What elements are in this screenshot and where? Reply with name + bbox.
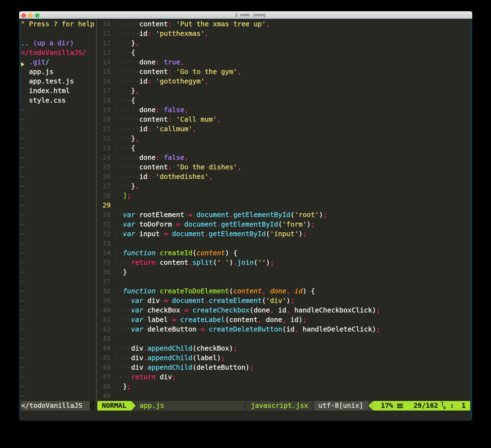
- gutter-gap: [111, 105, 115, 115]
- token: appendChild: [147, 364, 192, 371]
- token: style.css: [29, 96, 66, 104]
- token: function: [123, 249, 156, 257]
- token: dishes': [209, 163, 237, 171]
- token: return: [131, 373, 156, 381]
- token: done: [139, 106, 156, 114]
- token: ······: [115, 163, 139, 171]
- sidebar-file-style-css[interactable]: style.css: [21, 96, 66, 105]
- code-line-36: 36 ··}: [98, 267, 127, 277]
- code-editor-area[interactable]: 10 ······content:·'Put·the·xmas·tree·up'…: [98, 19, 470, 401]
- token: var: [131, 306, 143, 314]
- token: ): [303, 287, 307, 295]
- token: ·: [196, 115, 201, 123]
- token: ····: [115, 316, 131, 324]
- token: (: [262, 297, 266, 305]
- gutter-gap: [111, 344, 115, 353]
- close-button[interactable]: [21, 13, 26, 18]
- sidebar-file-index-html[interactable]: index.html: [21, 86, 70, 96]
- sidebar-empty-line: ~: [21, 306, 25, 315]
- titlebar[interactable]: 2. nvim . (nvim): [19, 11, 472, 19]
- token: =: [172, 316, 176, 324]
- line-number: 49: [98, 391, 111, 401]
- statusline-encoding-segment: utf-8[unix]: [314, 401, 368, 411]
- gutter-gap: [111, 248, 115, 258]
- code-line-34: 34 ··function·createId(content)·{: [98, 248, 237, 258]
- token: rootElement: [139, 211, 184, 219]
- token: }: [123, 383, 127, 390]
- line-number: 14: [98, 58, 111, 67]
- token: /: [45, 58, 49, 66]
- token: ··: [115, 220, 123, 228]
- token: ····: [115, 144, 131, 152]
- token: ·: [143, 325, 147, 333]
- code-line-45: 45 ····div.appendChild(label);: [98, 353, 225, 363]
- token: ····: [115, 39, 131, 47]
- token: ····: [115, 49, 131, 57]
- nerdtree-sidebar[interactable]: " Press ? for help.. (up a dir)</todoVan…: [21, 19, 94, 401]
- token: ····: [115, 344, 131, 352]
- token: (: [282, 325, 286, 333]
- line-number: 47: [98, 372, 111, 382]
- token: ·: [209, 20, 213, 28]
- line-number: 27: [98, 182, 111, 191]
- statusline: </todoVanillaJS NORMAL app.js javascript…: [21, 401, 470, 411]
- statusline-filename: app.js: [140, 401, 164, 411]
- token: ·: [156, 259, 160, 266]
- token: div: [131, 354, 143, 362]
- zoom-button[interactable]: [35, 13, 39, 18]
- line-number: 28: [98, 191, 111, 201]
- sidebar-file-app-js[interactable]: app.js: [21, 67, 53, 77]
- token: ·: [299, 325, 303, 333]
- token: var: [123, 220, 135, 228]
- token: ·: [152, 125, 156, 133]
- token: document: [184, 220, 217, 228]
- code-line-25: 25 ······content:·'Do·the·dishes',: [98, 163, 241, 172]
- token: ·: [188, 68, 192, 76]
- line-number: 18: [98, 96, 111, 105]
- token: ·: [160, 154, 164, 161]
- token: gym': [221, 68, 237, 76]
- token: ,: [237, 68, 241, 76]
- token: up': [254, 20, 266, 28]
- token: document: [172, 230, 205, 238]
- code-line-12: 12 ····},: [98, 38, 139, 48]
- token: checkBox: [147, 306, 180, 314]
- minimize-button[interactable]: [28, 13, 33, 18]
- line-number: 41: [98, 315, 111, 325]
- token: ]: [123, 192, 127, 200]
- token: ): [372, 325, 376, 333]
- token: ): [217, 354, 221, 362]
- token: {: [311, 287, 315, 295]
- line-number: 25: [98, 163, 111, 172]
- token: createElement: [209, 297, 262, 305]
- sidebar-empty-line: ~: [21, 210, 25, 220]
- sidebar-empty-line: ~: [21, 239, 25, 248]
- token: document: [196, 211, 229, 219]
- token: div: [131, 364, 143, 371]
- statusline-percent: 17%: [381, 401, 393, 411]
- sidebar-empty-line: ~: [21, 344, 25, 353]
- token: ,: [135, 87, 139, 95]
- token: ······: [115, 58, 139, 66]
- token: ,: [266, 20, 270, 28]
- token: ,: [295, 325, 299, 333]
- token: ): [266, 259, 270, 266]
- gutter-gap: [111, 210, 115, 220]
- token: (: [192, 364, 196, 371]
- sidebar-empty-line: ~: [21, 163, 25, 172]
- line-number: 43: [98, 334, 111, 344]
- token: var: [123, 230, 135, 238]
- code-line-18: 18 ····{: [98, 96, 135, 105]
- sidebar-dir-git[interactable]: ▸.git/: [21, 58, 49, 67]
- sidebar-empty-line: ~: [21, 258, 25, 267]
- sidebar-file-app-test-js[interactable]: app.test.js: [21, 77, 74, 86]
- vertical-split-separator[interactable]: [94, 19, 98, 401]
- line-number: 19: [98, 105, 111, 115]
- token: }: [123, 268, 127, 276]
- gutter-gap: [111, 315, 115, 325]
- gutter-gap: [111, 48, 115, 58]
- gutter-gap: [111, 220, 115, 229]
- sidebar-empty-line: ~: [21, 172, 25, 182]
- token: [21, 77, 29, 85]
- token: var: [123, 211, 135, 219]
